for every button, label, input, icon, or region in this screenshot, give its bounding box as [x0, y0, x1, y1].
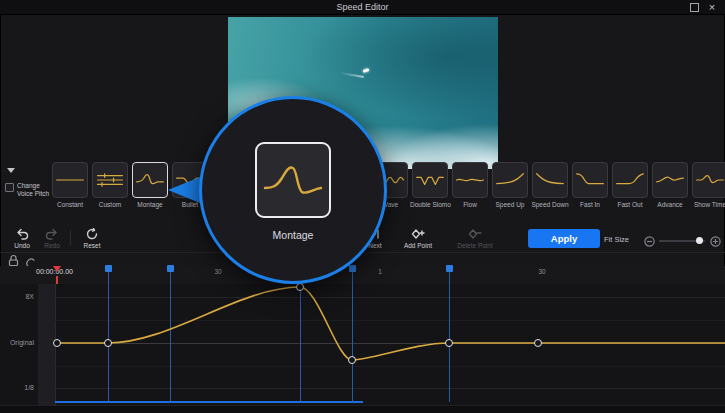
voice-pitch-option[interactable]: Change Voice Pitch [5, 182, 55, 198]
preset-tile[interactable]: Double Slomo [410, 162, 450, 208]
preset-curve-box [492, 162, 528, 198]
preset-curve-box [532, 162, 568, 198]
gridline [55, 366, 725, 367]
undo-label: Undo [8, 242, 36, 249]
preset-curve-box [652, 162, 688, 198]
speed-curve-icon [54, 170, 86, 190]
marker-line [108, 272, 109, 402]
fit-size-dropdown[interactable]: Fit Size [604, 235, 629, 244]
reset-button[interactable]: Reset [76, 228, 108, 249]
curve-keyframe-point[interactable] [104, 339, 112, 347]
speed-curve-icon [134, 170, 166, 190]
marker-handle[interactable] [167, 265, 174, 272]
preset-label: Fast Out [610, 201, 650, 208]
ruler-time-label: 1 [378, 268, 382, 275]
curve-keyframe-point[interactable] [296, 283, 304, 291]
delete-point-label: Delete Point [448, 242, 502, 249]
marker-line [300, 272, 301, 402]
ruler-time-label: 30 [214, 268, 221, 275]
speed-editor-window: Speed Editor × Change Voice Pitch Consta… [0, 0, 725, 413]
clip-selection-bar[interactable] [55, 401, 363, 403]
callout-pointer-icon [168, 177, 200, 203]
curve-keyframe-point[interactable] [445, 339, 453, 347]
marker-line [449, 272, 450, 402]
preset-curve-box [52, 162, 88, 198]
preset-label: Double Slomo [410, 201, 450, 208]
preset-tile[interactable]: Custom [90, 162, 130, 208]
preset-curve-box [612, 162, 648, 198]
add-point-button[interactable]: Add Point [394, 228, 442, 249]
voice-pitch-checkbox[interactable] [5, 183, 14, 192]
magnified-preset-tile [255, 142, 331, 218]
preset-curve-box [692, 162, 725, 198]
marker-line [352, 272, 353, 402]
add-point-icon [411, 228, 425, 240]
collapse-arrow-icon[interactable] [7, 168, 15, 173]
close-icon: × [709, 0, 715, 14]
preset-label: Flow [450, 201, 490, 208]
speed-axis-label: Original [0, 339, 34, 347]
montage-curve-icon [261, 158, 325, 202]
speed-curve-icon [614, 170, 646, 190]
preset-label: Advance [650, 201, 690, 208]
marker-handle[interactable] [446, 265, 453, 272]
preset-tile[interactable]: Fast In [570, 162, 610, 208]
delete-point-button[interactable]: Delete Point [448, 228, 502, 249]
close-button[interactable]: × [705, 0, 719, 14]
bottom-scroll-strip[interactable] [0, 405, 725, 413]
speed-curve-icon [534, 170, 566, 190]
zoom-out-button[interactable] [644, 233, 655, 251]
speed-curve-icon [694, 170, 725, 190]
preset-tile[interactable]: Advance [650, 162, 690, 208]
preset-tile[interactable]: Montage [130, 162, 170, 208]
curve-keyframe-point[interactable] [348, 356, 356, 364]
marker-handle[interactable] [349, 265, 356, 272]
preset-curve-box [92, 162, 128, 198]
preset-tile[interactable]: Speed Down [530, 162, 570, 208]
add-point-label: Add Point [394, 242, 442, 249]
preset-tile[interactable]: Flow [450, 162, 490, 208]
reset-label: Reset [76, 242, 108, 249]
speed-curve-icon [494, 170, 526, 190]
preset-curve-box [572, 162, 608, 198]
preset-tile[interactable]: Constant [50, 162, 90, 208]
curve-keyframe-point[interactable] [534, 339, 542, 347]
preset-label: Fast In [570, 201, 610, 208]
delete-point-icon [468, 228, 482, 240]
titlebar: Speed Editor × [0, 0, 725, 15]
speed-curve-icon [94, 170, 126, 190]
marker-line [170, 272, 171, 402]
gridline [55, 320, 725, 321]
preset-label: Speed Down [530, 201, 570, 208]
playhead-icon[interactable] [53, 266, 61, 272]
voice-pitch-label: Change Voice Pitch [17, 182, 53, 198]
reset-icon [86, 228, 98, 240]
preset-curve-box [452, 162, 488, 198]
speed-curve-icon [654, 170, 686, 190]
speed-curve-icon [574, 170, 606, 190]
preset-curve-box [412, 162, 448, 198]
gridline-original [55, 343, 725, 344]
window-title: Speed Editor [0, 0, 725, 14]
redo-button[interactable]: Redo [38, 228, 66, 249]
keyframe-marker [167, 265, 174, 402]
zoom-slider-thumb[interactable] [696, 237, 703, 244]
marker-handle[interactable] [105, 265, 112, 272]
zoom-out-icon [644, 236, 655, 247]
toolbar-divider [70, 230, 71, 246]
apply-button[interactable]: Apply [528, 229, 600, 248]
undo-button[interactable]: Undo [8, 228, 36, 249]
speed-axis-label: 8X [0, 293, 34, 301]
keyframe-marker [105, 265, 112, 402]
speed-curve-icon [454, 170, 486, 190]
curve-keyframe-point[interactable] [53, 339, 61, 347]
maximize-icon [690, 3, 699, 12]
zoom-in-button[interactable] [710, 233, 721, 251]
maximize-button[interactable] [687, 0, 701, 14]
preset-tile[interactable]: Show Time [690, 162, 725, 208]
zoom-in-icon [710, 236, 721, 247]
preset-label: Show Time [690, 201, 725, 208]
preset-tile[interactable]: Speed Up [490, 162, 530, 208]
preset-tile[interactable]: Fast Out [610, 162, 650, 208]
preset-label: Custom [90, 201, 130, 208]
